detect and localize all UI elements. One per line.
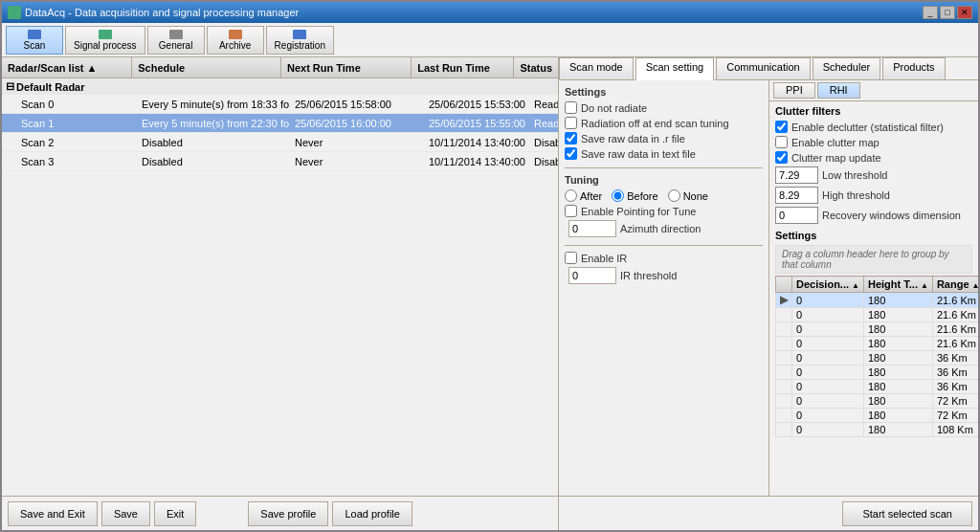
rhi-tabs: PPI RHI <box>769 80 978 101</box>
ir-threshold-input[interactable] <box>568 267 616 284</box>
radio-after[interactable]: After <box>565 189 602 202</box>
archive-icon <box>229 30 242 39</box>
col-header-schedule[interactable]: Schedule <box>132 57 281 78</box>
enable-ir-checkbox[interactable] <box>565 252 577 264</box>
declutter-checkbox[interactable] <box>775 121 788 133</box>
tab-registration[interactable]: Registration <box>266 26 334 55</box>
high-threshold-input[interactable] <box>775 187 818 204</box>
tab-general[interactable]: General <box>147 26 205 55</box>
tab-scan-mode[interactable]: Scan mode <box>559 57 634 79</box>
declutter-label: Enable declutter (statistical filter) <box>791 122 944 133</box>
grid-row-8[interactable]: 018072 Km450 m <box>776 409 979 423</box>
grid-row-2[interactable]: 018021.6 Km300 m <box>776 322 979 337</box>
scan-2-status: Disabled <box>528 133 558 151</box>
save-raw-text-checkbox[interactable] <box>565 147 577 160</box>
save-exit-button[interactable]: Save and Exit <box>8 501 98 526</box>
radio-none[interactable]: None <box>668 189 708 202</box>
load-profile-button[interactable]: Load profile <box>332 501 412 526</box>
right-content: Settings Do not radiate Radiation off at… <box>559 80 978 496</box>
col-decision[interactable]: Decision... ▲ <box>792 277 864 293</box>
start-scan-button[interactable]: Start selected scan <box>842 501 972 526</box>
grid-row-0[interactable]: ▶ 0 180 21.6 Km 90 m <box>776 293 979 308</box>
enable-ir-row: Enable IR <box>565 252 763 264</box>
right-bottom-bar: Start selected scan <box>559 496 978 530</box>
col-height[interactable]: Height T... ▲ <box>864 277 933 293</box>
low-threshold-label: Low threshold <box>822 169 888 181</box>
recovery-label: Recovery windows dimension <box>822 210 961 221</box>
tab-signal-label: Signal process <box>74 40 137 51</box>
tab-scan-setting[interactable]: Scan setting <box>635 57 715 80</box>
scan-row-0[interactable]: Scan 0 Every 5 minute(s) from 18:33 for … <box>2 95 558 114</box>
grid-row-7[interactable]: 018072 Km300 m <box>776 394 979 409</box>
scan-table-header: Radar/Scan list ▲ Schedule Next Run Time… <box>2 57 558 78</box>
scan-row-2[interactable]: Scan 2 Disabled Never 10/11/2014 13:40:0… <box>2 133 558 152</box>
enable-pointing-checkbox[interactable] <box>565 205 577 217</box>
no-radiate-label: Do not radiate <box>581 102 763 114</box>
high-threshold-label: High threshold <box>822 189 890 201</box>
scan-settings-panel: Settings Do not radiate Radiation off at… <box>559 80 769 496</box>
save-profile-button[interactable]: Save profile <box>248 501 328 526</box>
tab-archive-label: Archive <box>219 40 251 51</box>
scan-group-default: ⊟ Default Radar <box>2 78 558 95</box>
grid-row-1[interactable]: 018021.6 Km150 m <box>776 308 979 322</box>
rhi-data-grid: Decision... ▲ Height T... ▲ Range ▲ Rang… <box>775 276 978 437</box>
tab-archive[interactable]: Archive <box>207 26 264 55</box>
scan-1-schedule: Every 5 minute(s) from 22:30 for ... <box>136 114 289 132</box>
clutter-update-checkbox[interactable] <box>775 151 788 164</box>
recovery-input[interactable] <box>775 207 818 224</box>
scan-2-name: Scan 2 <box>2 133 136 151</box>
scan-3-schedule: Disabled <box>136 152 289 170</box>
scan-row-1[interactable]: Scan 1 Every 5 minute(s) from 22:30 for … <box>2 114 558 133</box>
tab-rhi[interactable]: RHI <box>817 82 860 99</box>
grid-row-4[interactable]: 018036 Km150 m <box>776 351 979 366</box>
scan-2-nextrun: Never <box>289 133 423 151</box>
rhi-panel: PPI RHI Clutter filters Enable declutter… <box>769 80 978 496</box>
high-threshold-row: High threshold <box>775 187 972 204</box>
low-threshold-input[interactable] <box>775 166 818 184</box>
enable-pointing-label: Enable Pointing for Tune <box>581 206 763 217</box>
no-radiate-checkbox[interactable] <box>565 101 577 114</box>
clutter-map-checkbox[interactable] <box>775 136 788 148</box>
grid-row-5[interactable]: 018036 Km300 m <box>776 366 979 380</box>
scan-0-status: Ready <box>528 95 558 113</box>
exit-button[interactable]: Exit <box>154 501 196 526</box>
grid-row-6[interactable]: 018036 Km450 m <box>776 380 979 394</box>
save-button[interactable]: Save <box>101 501 150 526</box>
save-raw-r-checkbox[interactable] <box>565 132 577 144</box>
col-header-status[interactable]: Status <box>514 57 558 78</box>
scan-1-nextrun: 25/06/2015 16:00:00 <box>289 114 423 132</box>
ir-threshold-label: IR threshold <box>620 270 763 281</box>
scan-0-nextrun: 25/06/2015 15:58:00 <box>289 95 423 113</box>
grid-row-9[interactable]: 0180108 Km450 m <box>776 423 979 437</box>
radiation-off-checkbox[interactable] <box>565 117 577 129</box>
col-range[interactable]: Range ▲ <box>932 277 978 293</box>
tab-signal-process[interactable]: Signal process <box>65 26 145 55</box>
col-check[interactable] <box>776 277 792 293</box>
clutter-map-row: Enable clutter map <box>775 136 972 148</box>
tab-registration-label: Registration <box>275 40 325 51</box>
grid-body: ▶ 0 180 21.6 Km 90 m 018021.6 Km150 m <box>776 293 979 437</box>
scan-row-3[interactable]: Scan 3 Disabled Never 10/11/2014 13:40:0… <box>2 152 558 171</box>
maximize-button[interactable]: □ <box>940 6 955 19</box>
divider-2 <box>565 245 763 246</box>
radio-before[interactable]: Before <box>612 189 657 202</box>
enable-pointing-row: Enable Pointing for Tune <box>565 205 763 217</box>
group-expand-icon[interactable]: ⊟ <box>6 80 14 93</box>
tab-scheduler[interactable]: Scheduler <box>813 57 881 79</box>
minimize-button[interactable]: _ <box>923 6 938 19</box>
save-raw-r-row: Save raw data in .r file <box>565 132 763 144</box>
col-header-lastrun[interactable]: Last Run Time <box>412 57 514 78</box>
col-header-radar[interactable]: Radar/Scan list ▲ <box>2 57 132 78</box>
scan-1-lastrun: 25/06/2015 15:55:00 <box>423 114 528 132</box>
col-header-nextrun[interactable]: Next Run Time <box>281 57 412 78</box>
tab-ppi[interactable]: PPI <box>773 82 815 99</box>
recovery-row: Recovery windows dimension <box>775 207 972 224</box>
close-button[interactable]: ✕ <box>957 6 972 19</box>
tuning-title: Tuning <box>565 174 763 186</box>
tab-communication[interactable]: Communication <box>716 57 810 79</box>
azimuth-label: Azimuth direction <box>620 223 763 234</box>
grid-row-3[interactable]: 018021.6 Km450 m <box>776 337 979 351</box>
tab-products[interactable]: Products <box>882 57 945 79</box>
azimuth-input[interactable] <box>568 220 616 237</box>
tab-scan[interactable]: Scan <box>6 26 63 55</box>
